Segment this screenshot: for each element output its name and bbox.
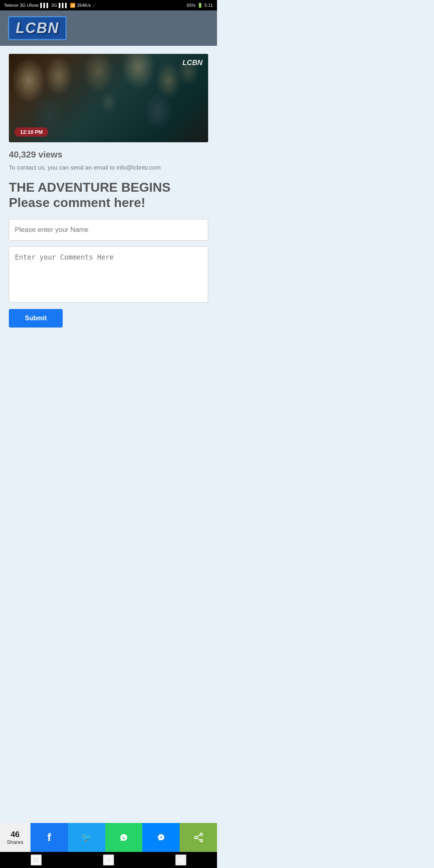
title-line1: THE ADVENTURE BEGINS — [9, 180, 170, 194]
wifi-icon: 📶 — [70, 3, 76, 8]
status-right: 65% 🔋 5:11 — [187, 3, 213, 8]
battery-text: 65% — [187, 3, 196, 8]
contact-info: To contact us, you can send an email to … — [9, 163, 208, 172]
usb-icon: ☄ — [92, 3, 96, 8]
video-watermark: LCBN — [182, 59, 203, 67]
header: LCBN — [0, 10, 217, 46]
video-time-badge: 12:10 PM — [14, 127, 48, 137]
comment-form — [9, 219, 208, 303]
speed-text: 264K/s — [77, 3, 91, 8]
submit-button[interactable]: Submit — [9, 309, 63, 328]
signal-bars-2: ▌▌▌ — [59, 3, 68, 8]
title-line2: Please comment here! — [9, 195, 145, 210]
signal-bars: ▌▌▌ — [40, 3, 49, 8]
submit-container: Submit — [9, 309, 208, 332]
carrier-text: Telenor 3G Ufone — [4, 3, 39, 8]
comment-textarea[interactable] — [9, 246, 208, 303]
logo-box[interactable]: LCBN — [8, 16, 67, 40]
logo-text: LCBN — [16, 20, 59, 36]
time-text: 5:11 — [205, 3, 213, 8]
battery-icon: 🔋 — [197, 3, 203, 8]
network-type: 3G — [51, 3, 57, 8]
status-left: Telenor 3G Ufone ▌▌▌ 3G ▌▌▌ 📶 264K/s ☄ — [4, 3, 96, 8]
status-bar: Telenor 3G Ufone ▌▌▌ 3G ▌▌▌ 📶 264K/s ☄ 6… — [0, 0, 217, 10]
main-content: LCBN 12:10 PM 40,329 views To contact us… — [0, 46, 217, 340]
name-input[interactable] — [9, 219, 208, 241]
video-player[interactable]: LCBN 12:10 PM — [9, 54, 208, 142]
views-count: 40,329 views — [9, 149, 208, 160]
article-title: THE ADVENTURE BEGINS Please comment here… — [9, 180, 208, 211]
